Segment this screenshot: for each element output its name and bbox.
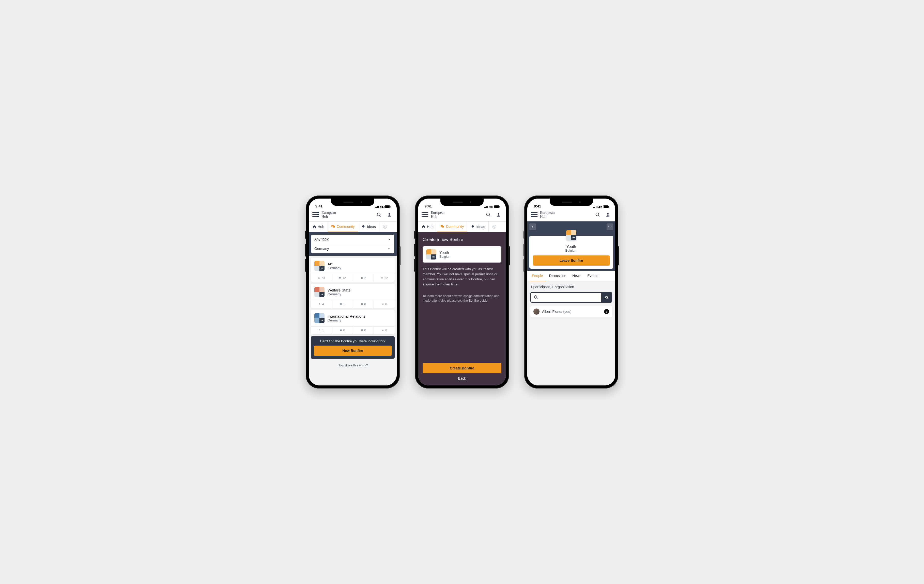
home-icon [312, 225, 316, 229]
svg-point-0 [377, 213, 380, 216]
filter-topic[interactable]: Any topic [311, 235, 394, 244]
wifi-icon [599, 206, 602, 208]
svg-point-15 [319, 329, 320, 330]
bonfire-card[interactable]: DE Welfare State Germany 4 1 0 0 [311, 284, 394, 308]
tab-hub[interactable]: Hub [309, 222, 328, 232]
phone-mockup: 9:41 EuropeanHub [524, 196, 618, 388]
stat-views: 0 [374, 327, 394, 334]
tab-ideas[interactable]: Ideas [467, 222, 488, 232]
stat-views: 32 [374, 274, 394, 282]
bonfire-badge: BE [426, 249, 436, 260]
person-row[interactable]: Albert Flores (you) v [530, 306, 612, 317]
svg-rect-23 [442, 226, 444, 227]
bonfire-subtitle: Belgium [533, 248, 610, 252]
stat-members: 1 [311, 327, 332, 334]
bonfire-card[interactable]: DE International Relations Germany 1 0 0… [311, 310, 394, 334]
create-bonfire-button[interactable]: Create Bonfire [422, 363, 502, 373]
svg-line-30 [536, 298, 538, 299]
search-icon[interactable] [485, 211, 492, 219]
gear-icon [604, 295, 608, 299]
stat-posts: 0 [332, 327, 353, 334]
participant-summary: 1 participant, 1 organisation [530, 285, 612, 289]
svg-point-11 [319, 303, 320, 304]
new-bonfire-button[interactable]: New Bonfire [314, 345, 392, 356]
tab-more[interactable] [489, 222, 500, 232]
stat-docs: 0 [353, 300, 374, 308]
bonfire-subtitle: Germany [328, 318, 365, 322]
profile-icon[interactable] [386, 211, 393, 219]
tab-community[interactable]: Community [437, 222, 468, 232]
chat-icon [441, 224, 444, 229]
bonfire-list: DE Art Germany 73 12 2 32 [309, 256, 397, 334]
brand-logo [531, 212, 538, 217]
create-bonfire-panel: Create a new Bonfire BE Youth Belgium Th… [418, 232, 506, 386]
tab-discussion[interactable]: Discussion [546, 271, 569, 281]
bonfire-stats: 1 0 0 0 [311, 326, 394, 334]
euro-icon [383, 224, 387, 229]
svg-point-7 [318, 277, 319, 278]
create-bonfire-description: This Bonfire will be created with you as… [422, 267, 502, 287]
bonfire-stats: 4 1 0 0 [311, 300, 394, 308]
svg-rect-16 [361, 329, 363, 331]
search-icon[interactable] [375, 211, 383, 219]
leave-bonfire-button[interactable]: Leave Bonfire [533, 255, 610, 266]
filter-country[interactable]: Germany [311, 244, 394, 253]
svg-rect-4 [332, 226, 335, 227]
bonfire-title: Youth [439, 250, 451, 255]
bonfire-card[interactable]: DE Art Germany 73 12 2 32 [311, 258, 394, 282]
app-header: EuropeanHub [527, 209, 615, 221]
tab-hub[interactable]: Hub [418, 222, 437, 232]
bonfire-guide-link[interactable]: Bonfire guide [469, 299, 487, 303]
svg-point-2 [389, 213, 390, 215]
bonfire-badge: DE [314, 261, 325, 271]
svg-point-26 [596, 213, 599, 216]
svg-line-20 [489, 216, 490, 216]
tab-events[interactable]: Events [584, 271, 601, 281]
svg-point-19 [487, 213, 490, 216]
cellular-icon [593, 206, 598, 208]
search-settings-button[interactable] [601, 293, 611, 302]
wifi-icon [489, 206, 493, 208]
cellular-icon [484, 206, 488, 208]
how-does-this-work-link[interactable]: How does this work? [309, 361, 397, 371]
stat-members: 4 [311, 300, 332, 308]
tab-news[interactable]: News [569, 271, 584, 281]
create-bonfire-heading: Create a new Bonfire [422, 237, 502, 242]
tab-more[interactable] [380, 222, 391, 232]
wifi-icon [380, 206, 383, 208]
cta-question: Can't find the Bonfire you were looking … [314, 339, 392, 343]
back-link[interactable]: Back [422, 373, 502, 382]
tab-community[interactable]: Community [328, 222, 358, 232]
phone-mockup: 9:41 EuropeanHub Hub [306, 196, 400, 388]
bonfire-subtitle: Germany [328, 292, 351, 296]
svg-line-1 [380, 216, 381, 216]
chevron-down-icon [388, 247, 391, 250]
euro-icon [492, 224, 497, 229]
stat-views: 0 [374, 300, 394, 308]
bonfire-title: Youth [533, 244, 610, 248]
search-input[interactable] [531, 293, 601, 302]
filter-panel: Any topic Germany [309, 232, 397, 256]
tab-people[interactable]: People [529, 271, 546, 281]
search-icon[interactable] [594, 211, 602, 219]
bonfire-subtitle: Belgium [439, 255, 451, 258]
stat-members: 73 [311, 274, 332, 282]
profile-icon[interactable] [604, 211, 612, 219]
brand-logo [422, 212, 428, 217]
stat-posts: 12 [332, 274, 353, 282]
people-search [530, 292, 612, 303]
stat-docs: 2 [353, 274, 374, 282]
primary-tabs: Hub Community Ideas [309, 221, 397, 232]
home-icon [421, 225, 426, 229]
back-button[interactable] [530, 224, 536, 230]
phone-mockup: 9:41 EuropeanHub Hub [415, 196, 509, 388]
bonfire-title: Art [328, 262, 341, 266]
battery-icon [603, 206, 609, 208]
profile-icon[interactable] [495, 211, 502, 219]
bonfire-badge: BE [566, 230, 576, 240]
tab-ideas[interactable]: Ideas [358, 222, 379, 232]
bonfire-title: Welfare State [328, 288, 351, 292]
cellular-icon [375, 206, 379, 208]
more-menu-button[interactable]: ⋯ [607, 224, 613, 230]
primary-tabs: Hub Community Ideas [418, 221, 506, 232]
